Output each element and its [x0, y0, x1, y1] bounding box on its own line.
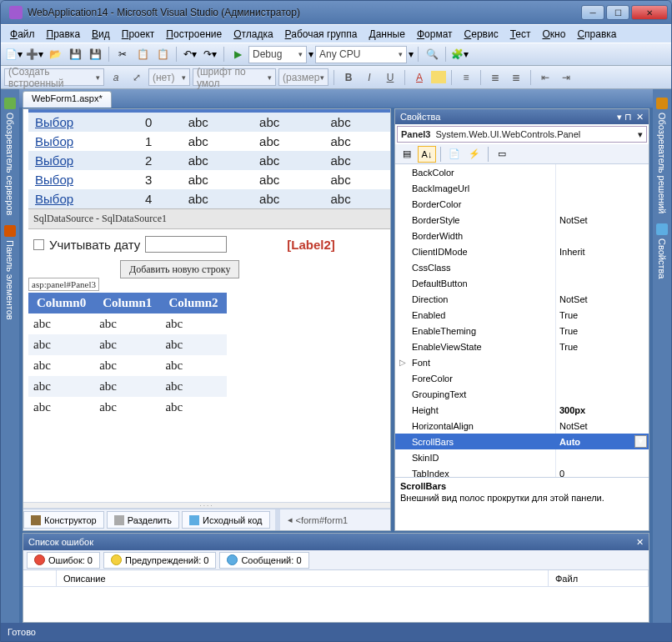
italic-icon[interactable]: I	[360, 69, 379, 86]
alphabetical-icon[interactable]: A↓	[418, 146, 436, 163]
prop-skinid[interactable]: SkinID	[395, 449, 649, 465]
menu-окно[interactable]: Окно	[536, 27, 571, 42]
menu-проект[interactable]: Проект	[116, 27, 161, 42]
menu-файл[interactable]: Файл	[4, 27, 41, 42]
underline-icon[interactable]: U	[381, 69, 399, 86]
menu-отладка[interactable]: Отладка	[228, 27, 278, 42]
prop-enabletheming[interactable]: EnableThemingTrue	[395, 323, 649, 339]
prop-horizontalalign[interactable]: HorizontalAlignNotSet	[395, 418, 649, 434]
copy-icon[interactable]: 📋	[133, 45, 152, 63]
rule-a-icon[interactable]: a	[107, 69, 125, 86]
prop-bordercolor[interactable]: BorderColor	[395, 196, 649, 212]
save-icon[interactable]: 💾	[66, 45, 84, 63]
select-link[interactable]: Выбор	[35, 134, 73, 148]
dropdown-button[interactable]: ▼	[634, 435, 647, 448]
select-link[interactable]: Выбор	[35, 153, 73, 168]
prop-tabindex[interactable]: TabIndex0	[395, 465, 649, 477]
menu-справка[interactable]: Справка	[571, 27, 622, 42]
prop-scrollbars[interactable]: ScrollBarsAuto▼	[395, 434, 649, 449]
select-link[interactable]: Выбор	[35, 173, 73, 187]
select-link[interactable]: Выбор	[35, 192, 73, 206]
tab-webform1[interactable]: WebForm1.aspx*	[23, 91, 112, 108]
maximize-button[interactable]: ☐	[606, 5, 629, 20]
errors-tab[interactable]: Ошибок: 0	[27, 552, 100, 569]
prop-direction[interactable]: DirectionNotSet	[395, 291, 649, 307]
list-bullet-icon[interactable]: ≣	[486, 69, 504, 86]
add-row-button[interactable]: Добавить новую строку	[120, 260, 239, 278]
font-dropdown[interactable]: (шрифт по умол	[193, 68, 276, 86]
add-item-icon[interactable]: ➕▾	[25, 45, 44, 63]
save-all-icon[interactable]: 💾	[86, 45, 104, 63]
panel-menu-icon[interactable]: ▾	[617, 112, 622, 123]
paste-icon[interactable]: 📋	[153, 45, 172, 63]
prop-height[interactable]: Height300px	[395, 402, 649, 418]
splitter-horizontal[interactable]: ····	[23, 502, 390, 509]
backcolor-icon[interactable]	[431, 71, 446, 83]
checkbox-include-date[interactable]	[33, 239, 44, 250]
panel-tag-chip[interactable]: asp:panel#Panel3	[28, 278, 99, 291]
close-button[interactable]: ✕	[631, 5, 668, 20]
style-dropdown[interactable]: (нет)	[148, 68, 190, 86]
prop-borderstyle[interactable]: BorderStyleNotSet	[395, 212, 649, 228]
prop-font[interactable]: ▷Font	[395, 354, 649, 370]
outdent-icon[interactable]: ⇤	[536, 69, 554, 86]
tag-breadcrumb[interactable]: ◂ <form#form1	[283, 514, 391, 525]
view-split[interactable]: Разделить	[107, 511, 179, 529]
bold-icon[interactable]: B	[339, 69, 358, 86]
sqldatasource-smart-tag[interactable]: SqlDataSource - SqlDataSource1	[28, 208, 390, 229]
minimize-button[interactable]: ─	[581, 5, 604, 20]
menu-построение[interactable]: Построение	[160, 27, 228, 42]
platform-dropdown[interactable]: Any CPU	[315, 46, 407, 63]
error-list-close-icon[interactable]: ✕	[636, 537, 644, 548]
menu-данные[interactable]: Данные	[364, 27, 411, 42]
property-grid[interactable]: BackColorBackImageUrlBorderColorBorderSt…	[395, 164, 649, 477]
align-left-icon[interactable]: ≡	[457, 69, 475, 86]
prop-borderwidth[interactable]: BorderWidth	[395, 228, 649, 243]
prop-groupingtext[interactable]: GroupingText	[395, 386, 649, 402]
menu-сервис[interactable]: Сервис	[459, 27, 504, 42]
toolbox-tab[interactable]: Панель элементов	[3, 220, 18, 325]
prop-backimageurl[interactable]: BackImageUrl	[395, 180, 649, 196]
prop-clientidmode[interactable]: ClientIDModeInherit	[395, 243, 649, 259]
start-icon[interactable]: ▶	[228, 45, 247, 63]
menu-вид[interactable]: Вид	[86, 27, 116, 42]
rule-b-icon[interactable]: ⤢	[128, 69, 146, 86]
extensions-icon[interactable]: 🧩▾	[450, 45, 469, 63]
fontsize-dropdown[interactable]: (размер	[278, 68, 328, 86]
indent-icon[interactable]: ⇥	[557, 69, 575, 86]
textbox-date[interactable]	[145, 236, 227, 253]
categorized-icon[interactable]: ▤	[398, 146, 416, 163]
menu-тест[interactable]: Тест	[504, 27, 537, 42]
properties-icon[interactable]: 📄	[445, 146, 464, 163]
new-project-icon[interactable]: 📄▾	[4, 45, 23, 63]
select-link[interactable]: Выбор	[35, 115, 73, 129]
gridview1[interactable]: Выбор0abcabcabcВыбор1abcabcabcВыбор2abca…	[28, 113, 390, 208]
warnings-tab[interactable]: Предупреждений: 0	[103, 552, 216, 569]
view-design[interactable]: Конструктор	[23, 511, 104, 529]
menu-рабочая группа[interactable]: Рабочая группа	[279, 27, 364, 42]
prop-defaultbutton[interactable]: DefaultButton	[395, 275, 649, 291]
events-icon[interactable]: ⚡	[465, 146, 484, 163]
panel-close-icon[interactable]: ✕	[636, 112, 644, 123]
config-dropdown[interactable]: Debug	[248, 46, 307, 63]
target-dropdown[interactable]: (Создать встроенный	[4, 68, 104, 86]
solution-explorer-tab[interactable]: Обозреватель решений	[654, 93, 669, 218]
messages-tab[interactable]: Сообщений: 0	[219, 552, 308, 569]
property-pages-icon[interactable]: ▭	[493, 146, 511, 163]
menu-правка[interactable]: Правка	[41, 27, 87, 42]
prop-enableviewstate[interactable]: EnableViewStateTrue	[395, 339, 649, 354]
open-icon[interactable]: 📂	[46, 45, 64, 63]
prop-cssclass[interactable]: CssClass	[395, 259, 649, 275]
properties-object-combo[interactable]: Panel3System.Web.UI.WebControls.Panel▾	[397, 126, 647, 143]
undo-icon[interactable]: ↶▾	[181, 45, 199, 63]
menu-формат[interactable]: Формат	[411, 27, 459, 42]
list-number-icon[interactable]: ≣	[507, 69, 525, 86]
forecolor-icon[interactable]: A	[410, 69, 429, 86]
prop-forecolor[interactable]: ForeColor	[395, 370, 649, 386]
prop-backcolor[interactable]: BackColor	[395, 164, 649, 180]
pin-icon[interactable]: ⊓	[624, 112, 634, 121]
redo-icon[interactable]: ↷▾	[201, 45, 219, 63]
properties-tab[interactable]: Свойства	[654, 218, 669, 283]
cut-icon[interactable]: ✂	[113, 45, 132, 63]
server-explorer-tab[interactable]: Обозреватель серверов	[3, 93, 18, 220]
